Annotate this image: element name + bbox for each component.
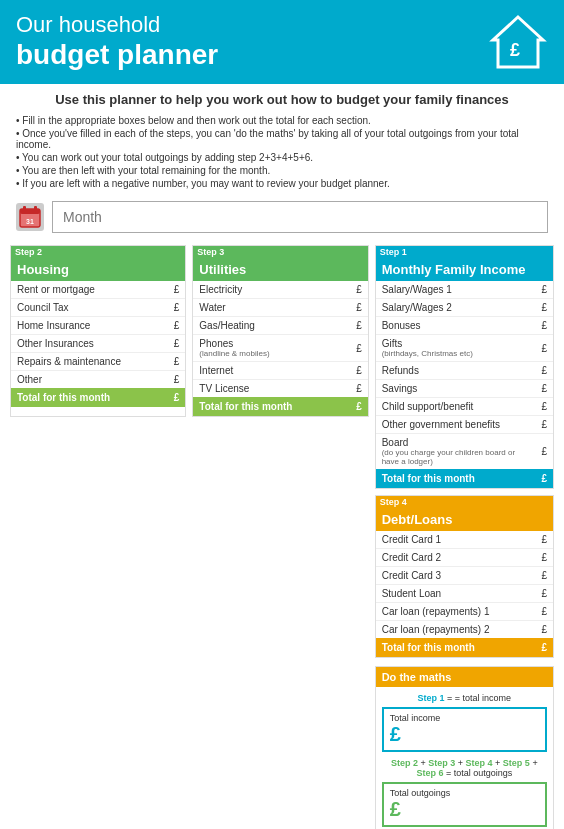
row-label: Car loan (repayments) 2: [382, 624, 517, 635]
row-value: £: [149, 302, 179, 313]
calendar-icon: 31: [16, 203, 44, 231]
row-value: £: [517, 552, 547, 563]
row-label: TV License: [199, 383, 331, 394]
row-label: Bonuses: [382, 320, 517, 331]
table-row: Refunds£: [376, 362, 553, 380]
bullet-5: • If you are left with a negative number…: [16, 178, 548, 189]
step4-title: Debt/Loans: [376, 508, 553, 531]
step2-step3-row: Step 2 Housing Rent or mortgage£Council …: [10, 245, 369, 417]
table-row: Savings£: [376, 380, 553, 398]
svg-rect-4: [23, 206, 26, 212]
step3-title: Utilities: [193, 258, 367, 281]
left-column: Step 2 Housing Rent or mortgage£Council …: [10, 245, 369, 829]
row-value: £: [517, 383, 547, 394]
header-line1: Our household budget planner: [16, 12, 218, 72]
row-value: £: [332, 320, 362, 331]
row-label: Savings: [382, 383, 517, 394]
calendar-svg: 31: [19, 206, 41, 228]
header-line2: budget planner: [16, 38, 218, 72]
maths-line1: Step 1 = = total income: [382, 693, 547, 703]
right-column: Step 1 Monthly Family Income Salary/Wage…: [375, 245, 554, 829]
row-value: £: [149, 338, 179, 349]
table-row: Bonuses£: [376, 317, 553, 335]
row-value: £: [517, 302, 547, 313]
svg-text:31: 31: [26, 218, 34, 225]
row-value: £: [517, 446, 547, 457]
row-value: £: [517, 570, 547, 581]
row-label: Credit Card 2: [382, 552, 517, 563]
row-label: Water: [199, 302, 331, 313]
intro-heading: Use this planner to help you work out ho…: [0, 84, 564, 111]
table-row: Water£: [193, 299, 367, 317]
row-value: £: [517, 624, 547, 635]
row-value: £: [517, 534, 547, 545]
row-label: Phones(landline & mobiles): [199, 338, 331, 358]
step3-box: Step 3 Utilities Electricity£Water£Gas/H…: [192, 245, 368, 417]
row-label: Other government benefits: [382, 419, 517, 430]
table-row: Salary/Wages 1£: [376, 281, 553, 299]
table-row: Rent or mortgage£: [11, 281, 185, 299]
row-label: Salary/Wages 1: [382, 284, 517, 295]
svg-rect-5: [34, 206, 37, 212]
table-row: Repairs & maintenance£: [11, 353, 185, 371]
step4-box: Step 4 Debt/Loans Credit Card 1£Credit C…: [375, 495, 554, 658]
step1-label: Step 1: [376, 246, 553, 258]
row-label: Credit Card 3: [382, 570, 517, 581]
step1-total: Total for this month £: [376, 469, 553, 488]
step2-label: Step 2: [11, 246, 185, 258]
step2-total: Total for this month £: [11, 388, 185, 407]
row-label: Other Insurances: [17, 338, 149, 349]
do-maths-title: Do the maths: [376, 667, 553, 687]
table-row: Gifts(birthdays, Christmas etc)£: [376, 335, 553, 362]
table-row: Board(do you charge your children board …: [376, 434, 553, 469]
table-row: Child support/benefit£: [376, 398, 553, 416]
maths-content: Step 1 = = total income Total income £ S…: [376, 687, 553, 829]
step4-label: Step 4: [376, 496, 553, 508]
step1-rows: Salary/Wages 1£Salary/Wages 2£Bonuses£Gi…: [376, 281, 553, 469]
table-row: Home Insurance£: [11, 317, 185, 335]
maths-line2: Step 2 + Step 3 + Step 4 + Step 5 + Step…: [382, 758, 547, 778]
row-label: Board(do you charge your children board …: [382, 437, 517, 466]
header: Our household budget planner £: [0, 0, 564, 84]
table-row: Council Tax£: [11, 299, 185, 317]
bullet-4: • You are then left with your total rema…: [16, 165, 548, 176]
total-income-box: Total income £: [382, 707, 547, 752]
table-row: Other£: [11, 371, 185, 388]
row-label: Refunds: [382, 365, 517, 376]
table-row: Student Loan£: [376, 585, 553, 603]
step2-title: Housing: [11, 258, 185, 281]
row-label: Other: [17, 374, 149, 385]
row-value: £: [332, 343, 362, 354]
table-row: Electricity£: [193, 281, 367, 299]
row-label: Credit Card 1: [382, 534, 517, 545]
row-value: £: [332, 365, 362, 376]
step4-total: Total for this month £: [376, 638, 553, 657]
row-value: £: [332, 302, 362, 313]
step2-box: Step 2 Housing Rent or mortgage£Council …: [10, 245, 186, 417]
row-value: £: [517, 284, 547, 295]
month-input[interactable]: [52, 201, 548, 233]
bullet-1: • Fill in the appropriate boxes below an…: [16, 115, 548, 126]
table-row: Credit Card 3£: [376, 567, 553, 585]
svg-text:£: £: [510, 40, 520, 60]
row-value: £: [517, 401, 547, 412]
step1-title: Monthly Family Income: [376, 258, 553, 281]
table-row: Phones(landline & mobiles)£: [193, 335, 367, 362]
row-value: £: [517, 419, 547, 430]
header-text: Our household budget planner: [16, 12, 218, 72]
row-label: Home Insurance: [17, 320, 149, 331]
total-outgoings-box: Total outgoings £: [382, 782, 547, 827]
step2-rows: Rent or mortgage£Council Tax£Home Insura…: [11, 281, 185, 388]
step1-box: Step 1 Monthly Family Income Salary/Wage…: [375, 245, 554, 489]
table-row: TV License£: [193, 380, 367, 397]
bullet-2: • Once you've filled in each of the step…: [16, 128, 548, 150]
table-row: Gas/Heating£: [193, 317, 367, 335]
row-label: Child support/benefit: [382, 401, 517, 412]
step3-label: Step 3: [193, 246, 367, 258]
row-value: £: [517, 365, 547, 376]
row-value: £: [149, 320, 179, 331]
table-row: Other government benefits£: [376, 416, 553, 434]
do-maths-box: Do the maths Step 1 = = total income Tot…: [375, 666, 554, 829]
row-value: £: [332, 284, 362, 295]
row-value: £: [149, 374, 179, 385]
